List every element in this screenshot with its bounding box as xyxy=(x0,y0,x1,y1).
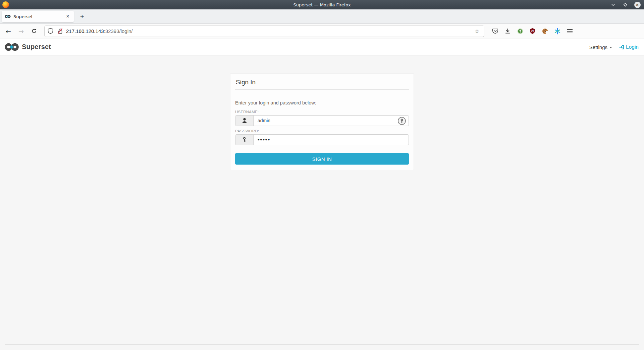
password-manager-icon[interactable] xyxy=(398,117,406,125)
pocket-icon[interactable] xyxy=(490,26,500,36)
footer-divider xyxy=(5,344,639,345)
user-icon xyxy=(235,116,254,126)
tab-close-icon[interactable]: × xyxy=(64,13,71,19)
superset-favicon xyxy=(5,14,11,18)
card-body: Enter your login and password below: USE… xyxy=(235,90,409,165)
new-tab-button[interactable]: + xyxy=(77,11,87,21)
superset-navbar: Superset Settings Login xyxy=(0,39,644,55)
window-controls: × xyxy=(610,0,641,9)
maximize-button[interactable] xyxy=(622,1,629,8)
window-title: Superset — Mozilla Firefox xyxy=(293,2,351,7)
navbar-right: Settings Login xyxy=(589,39,639,55)
sign-in-instruction: Enter your login and password below: xyxy=(235,100,409,105)
chevron-down-icon xyxy=(611,3,615,7)
diamond-icon xyxy=(623,2,628,7)
firefox-icon xyxy=(2,1,9,8)
close-icon: × xyxy=(634,2,641,8)
login-link[interactable]: Login xyxy=(619,44,639,50)
downloads-icon[interactable] xyxy=(503,26,513,36)
url-bar[interactable]: 217.160.120.143:32393/login/ ☆ xyxy=(44,26,484,37)
cookie-extension-icon[interactable] xyxy=(540,26,550,36)
navigation-toolbar: ← → 217.160.120.143:32393/login/ ☆ xyxy=(0,24,644,38)
brand-name: Superset xyxy=(22,43,51,51)
forward-button: → xyxy=(16,26,26,36)
toolbar-extensions: uO xyxy=(490,26,575,36)
username-input-group xyxy=(235,115,409,126)
minimize-button[interactable] xyxy=(610,1,616,8)
url-host: 217.160.120.143 xyxy=(66,28,104,34)
insecure-lock-icon[interactable] xyxy=(57,28,63,34)
username-input[interactable] xyxy=(254,116,409,126)
tab-title: Superset xyxy=(13,14,64,19)
reload-button[interactable] xyxy=(29,26,39,36)
sign-in-button[interactable]: SIGN IN xyxy=(235,153,409,165)
password-input[interactable] xyxy=(254,135,409,145)
caret-down-icon xyxy=(609,47,612,48)
settings-menu[interactable]: Settings xyxy=(589,44,612,50)
superset-brand[interactable]: Superset xyxy=(4,43,51,51)
sign-in-title: Sign In xyxy=(236,79,408,86)
url-text[interactable]: 217.160.120.143:32393/login/ xyxy=(66,28,473,34)
login-label: Login xyxy=(626,44,639,50)
tracking-shield-icon[interactable] xyxy=(47,28,54,34)
ublock-origin-icon[interactable]: uO xyxy=(528,26,537,36)
page-content: Sign In Enter your login and password be… xyxy=(0,55,644,350)
asterisk-extension-icon[interactable] xyxy=(552,26,562,36)
menu-icon[interactable] xyxy=(565,26,575,36)
superset-logo-icon xyxy=(4,43,19,51)
tab-strip: Superset × + xyxy=(0,9,644,24)
privacy-extension-icon[interactable] xyxy=(515,26,525,36)
password-label: PASSWORD: xyxy=(235,129,409,133)
firefox-window: Superset — Mozilla Firefox × Superset × xyxy=(0,0,644,350)
key-icon xyxy=(235,135,254,145)
settings-label: Settings xyxy=(589,44,607,50)
tab-superset[interactable]: Superset × xyxy=(2,11,74,22)
sign-in-icon xyxy=(619,44,625,50)
bookmark-star-icon[interactable]: ☆ xyxy=(473,28,481,35)
window-titlebar: Superset — Mozilla Firefox × xyxy=(0,0,644,9)
back-button[interactable]: ← xyxy=(3,26,13,36)
ublock-text: uO xyxy=(531,30,534,32)
password-input-group xyxy=(235,134,409,145)
card-header: Sign In xyxy=(235,74,409,90)
close-button[interactable]: × xyxy=(634,1,641,8)
username-label: USERNAME: xyxy=(235,110,409,114)
url-path: :32393/login/ xyxy=(104,28,133,34)
reload-icon xyxy=(31,28,37,34)
sign-in-card: Sign In Enter your login and password be… xyxy=(230,73,414,170)
